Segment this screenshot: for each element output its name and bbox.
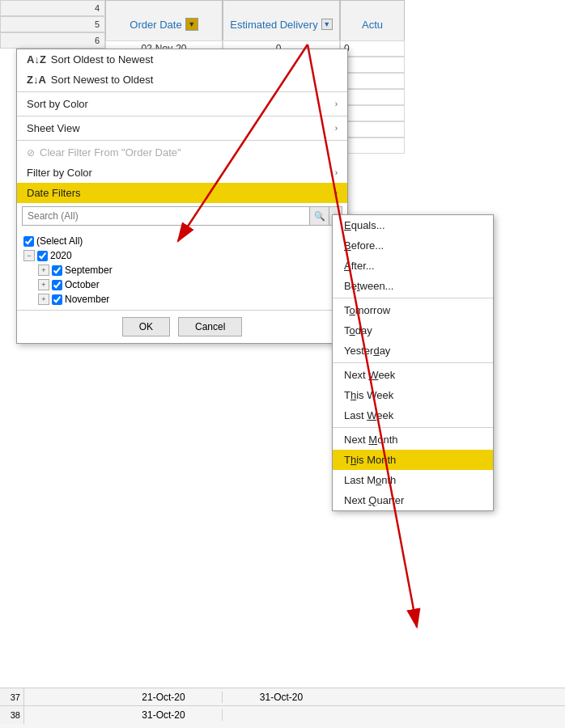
sheet-view-item[interactable]: Sheet View › (17, 118, 347, 138)
estimated-delivery-filter-btn[interactable]: ▼ (321, 19, 333, 30)
after-label: After... (344, 260, 375, 272)
separator-2 (17, 116, 347, 116)
separator-1 (17, 91, 347, 92)
search-button[interactable]: 🔍 (309, 207, 329, 225)
today-item[interactable]: Today (333, 320, 493, 341)
next-quarter-item[interactable]: Next Quarter (333, 490, 493, 510)
sort-by-color-item[interactable]: Sort by Color › (17, 94, 347, 114)
year-2020-expander[interactable]: − (23, 250, 35, 261)
ok-button[interactable]: OK (122, 317, 170, 336)
clear-filter-label: Clear Filter From "Order Date" (40, 146, 181, 159)
last-week-item[interactable]: Last Week (333, 405, 493, 425)
before-label: Before... (344, 239, 384, 252)
clear-filter-item[interactable]: ⊘ Clear Filter From "Order Date" (17, 142, 347, 163)
sort-newest-oldest-item[interactable]: Z↓A Sort Newest to Oldest (17, 70, 347, 90)
order-date-label: Order Date (130, 19, 181, 31)
next-week-label: Next Week (344, 369, 395, 381)
sheet-view-label: Sheet View (27, 122, 80, 134)
row-38-date1: 31-Oct-20 (105, 709, 223, 721)
sort-color-label: Sort by Color (27, 98, 88, 110)
date-filters-label: Date Filters (27, 187, 80, 199)
this-month-label: This Month (344, 454, 396, 466)
sheet-view-arrow-icon: › (335, 124, 338, 133)
ok-cancel-area: OK Cancel (17, 310, 347, 343)
last-week-label: Last Week (344, 409, 393, 421)
row-4: 4 (0, 0, 105, 16)
actual-cell (340, 105, 405, 121)
row-6: 6 (0, 32, 105, 49)
sort-color-arrow-icon: › (335, 99, 338, 108)
estimated-delivery-label: Estimated Delivery (230, 19, 317, 31)
clear-filter-icon: ⊘ (27, 147, 35, 159)
october-expander[interactable]: + (38, 279, 49, 290)
month-november-item[interactable]: + November (38, 292, 341, 307)
sort-desc-icon: Z↓A (27, 74, 46, 86)
october-checkbox[interactable] (52, 280, 62, 290)
filter-by-color-item[interactable]: Filter by Color › (17, 163, 347, 183)
actual-cell (340, 73, 405, 89)
actual-cell: 0 (340, 40, 405, 57)
tomorrow-item[interactable]: Tomorrow (333, 300, 493, 320)
actual-cell (340, 121, 405, 138)
submenu-sep-3 (333, 427, 493, 428)
select-all-item[interactable]: (Select All) (23, 234, 341, 248)
date-filters-item[interactable]: Date Filters › (17, 183, 347, 203)
row-38: 38 (0, 706, 24, 724)
sort-newest-label: Sort Newest to Oldest (51, 74, 153, 86)
september-label: September (65, 265, 113, 276)
next-week-item[interactable]: Next Week (333, 365, 493, 385)
filter-tree: (Select All) − 2020 + September + Octobe… (17, 231, 347, 310)
search-input[interactable] (23, 208, 309, 224)
month-september-item[interactable]: + September (38, 263, 341, 277)
next-month-label: Next Month (344, 434, 398, 446)
november-label: November (65, 294, 109, 305)
order-date-filter-btn[interactable]: ▼ (185, 18, 198, 31)
row-5: 5 (0, 16, 105, 32)
row-number-area: 4 5 6 (0, 0, 105, 49)
before-item[interactable]: Before... (333, 235, 493, 256)
sort-oldest-newest-item[interactable]: A↓Z Sort Oldest to Newest (17, 49, 347, 70)
year-2020-item[interactable]: − 2020 (23, 248, 341, 263)
today-label: Today (344, 324, 372, 336)
next-quarter-label: Next Quarter (344, 494, 404, 506)
next-month-item[interactable]: Next Month (333, 430, 493, 450)
select-all-checkbox[interactable] (23, 236, 34, 247)
november-expander[interactable]: + (38, 294, 49, 305)
actual-cell (340, 138, 405, 154)
after-item[interactable]: After... (333, 256, 493, 276)
november-checkbox[interactable] (52, 294, 62, 305)
separator-3 (17, 140, 347, 141)
row-37-date1: 21-Oct-20 (105, 692, 223, 703)
between-item[interactable]: Between... (333, 276, 493, 296)
tomorrow-label: Tomorrow (344, 304, 390, 316)
between-label: Between... (344, 280, 393, 292)
filter-color-label: Filter by Color (27, 167, 92, 179)
this-week-label: This Week (344, 389, 393, 401)
last-month-label: Last Month (344, 474, 396, 486)
submenu-sep-1 (333, 298, 493, 298)
year-2020-label: 2020 (50, 250, 72, 261)
month-october-item[interactable]: + October (38, 277, 341, 292)
date-filters-submenu: Equals... Before... After... Between... … (332, 214, 494, 511)
this-month-item[interactable]: This Month (333, 450, 493, 470)
september-expander[interactable]: + (38, 265, 49, 276)
this-week-item[interactable]: This Week (333, 385, 493, 405)
actual-cell (340, 89, 405, 105)
equals-item[interactable]: Equals... (333, 215, 493, 235)
row-37-date2: 31-Oct-20 (223, 692, 340, 703)
cancel-button[interactable]: Cancel (178, 317, 242, 336)
yesterday-item[interactable]: Yesterday (333, 341, 493, 361)
equals-label: Equals... (344, 219, 385, 231)
year-2020-checkbox[interactable] (37, 251, 48, 261)
september-checkbox[interactable] (52, 265, 62, 276)
actual-label: Actu (362, 19, 383, 31)
filter-color-arrow-icon: › (335, 168, 338, 177)
submenu-sep-2 (333, 362, 493, 363)
select-all-label: (Select All) (36, 235, 83, 247)
bottom-rows-area: 37 21-Oct-20 31-Oct-20 38 31-Oct-20 (0, 688, 565, 728)
sort-oldest-label: Sort Oldest to Newest (51, 53, 153, 66)
row-37: 37 (0, 688, 24, 705)
yesterday-label: Yesterday (344, 345, 390, 357)
filter-dropdown-menu: A↓Z Sort Oldest to Newest Z↓A Sort Newes… (16, 49, 348, 344)
last-month-item[interactable]: Last Month (333, 470, 493, 490)
